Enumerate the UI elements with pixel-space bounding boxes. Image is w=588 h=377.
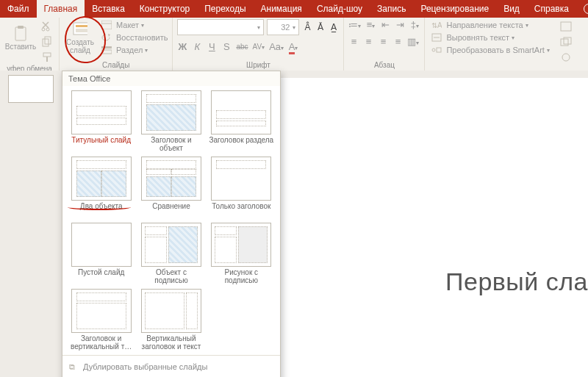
svg-rect-9 — [76, 29, 87, 32]
svg-point-22 — [562, 54, 570, 61]
group-clipboard: Вставить уфер обмена — [0, 18, 60, 71]
clear-format-icon[interactable]: A̲ — [329, 22, 339, 32]
group-paragraph: ≔▾ ≡▾ ⇤ ⇥ ‡▾ ≡ ≡ ≡ ≡ ▥▾ Абзац — [344, 18, 425, 71]
svg-rect-21 — [564, 37, 571, 44]
justify-button[interactable]: ≡ — [392, 36, 403, 47]
layout-comparison[interactable]: Сравнение — [137, 155, 205, 220]
underline-button[interactable]: Ч — [207, 41, 217, 52]
convert-smartart-button[interactable]: Преобразовать в SmartArt▾ — [429, 44, 549, 56]
strike-button[interactable]: abc — [236, 43, 248, 51]
svg-rect-6 — [43, 53, 51, 57]
group-slides-title: Слайды — [64, 61, 168, 71]
columns-button[interactable]: ▥▾ — [407, 36, 419, 47]
layout-picture-caption[interactable]: Рисунок с подписью — [207, 221, 276, 286]
tab-review[interactable]: Рецензирование — [413, 0, 496, 18]
arrange-icon[interactable] — [559, 35, 573, 49]
duplicate-slides-item[interactable]: ⧉ Дублировать выбранные слайды — [62, 359, 280, 375]
slide-thumbnail-pane[interactable] — [0, 71, 62, 377]
layout-title-only[interactable]: Только заголовок — [207, 155, 276, 220]
shadow-button[interactable]: S — [221, 41, 232, 52]
align-center-button[interactable]: ≡ — [363, 36, 373, 47]
tab-animation[interactable]: Анимация — [254, 0, 309, 18]
cut-icon[interactable] — [40, 19, 54, 34]
layout-two-content[interactable]: Два объекта — [67, 155, 135, 220]
svg-point-3 — [46, 28, 49, 31]
layout-blank[interactable]: Пустой слайд — [67, 221, 135, 286]
paste-button[interactable]: Вставить — [4, 19, 37, 57]
duplicate-icon: ⧉ — [67, 362, 77, 372]
paste-label: Вставить — [5, 43, 36, 51]
layout-button[interactable]: Макет▾ — [99, 19, 168, 31]
ribbon: Вставить уфер обмена Соз — [0, 18, 588, 71]
group-paragraph-title: Абзац — [348, 61, 420, 71]
svg-rect-19 — [561, 22, 571, 31]
tab-help[interactable]: Справка — [527, 0, 576, 18]
svg-point-17 — [432, 49, 435, 51]
slide-title-text[interactable]: Первый сла — [445, 268, 588, 296]
layout-vertical-title-text[interactable]: Вертикальный заголовок и текст — [137, 287, 205, 352]
layout-title-content[interactable]: Заголовок и объект — [137, 89, 205, 154]
align-left-button[interactable]: ≡ — [348, 36, 359, 47]
ribbon-tabbar: Файл Главная Вставка Конструктор Переход… — [0, 0, 588, 18]
svg-rect-5 — [45, 37, 51, 44]
layout-section-header[interactable]: Заголовок раздела — [207, 89, 276, 154]
tell-me[interactable]: Что вы хотите сдела — [576, 0, 588, 18]
lightbulb-icon — [584, 4, 588, 14]
numbering-button[interactable]: ≡▾ — [365, 19, 376, 30]
shape-fill-icon[interactable] — [559, 19, 573, 34]
svg-rect-4 — [43, 39, 49, 46]
svg-point-2 — [42, 28, 45, 31]
tab-insert[interactable]: Вставка — [85, 0, 132, 18]
tab-home[interactable]: Главная — [37, 0, 85, 18]
svg-rect-18 — [437, 48, 441, 52]
group-slides: Создать слайд Макет▾ Восстановить Раздел… — [60, 18, 173, 71]
quick-styles-icon[interactable] — [559, 50, 573, 65]
svg-rect-12 — [101, 46, 112, 49]
svg-rect-8 — [76, 25, 87, 27]
tab-view[interactable]: Вид — [496, 0, 527, 18]
italic-button[interactable]: К — [192, 41, 202, 52]
line-spacing-button[interactable]: ‡▾ — [409, 19, 420, 30]
group-paragraph-extra: ⇅A Направление текста▾ Выровнять текст▾ … — [425, 18, 553, 71]
layout-content-caption[interactable]: Объект с подписью — [137, 221, 205, 286]
align-text-button[interactable]: Выровнять текст▾ — [429, 32, 549, 43]
svg-text:⇅A: ⇅A — [431, 21, 442, 29]
section-icon — [99, 43, 114, 57]
slide-thumbnail-1[interactable] — [8, 75, 54, 103]
char-spacing-button[interactable]: AV▾ — [253, 43, 265, 51]
new-slide-gallery: Тема Office Титульный слайд Заголовок и … — [62, 71, 281, 377]
new-slide-button[interactable]: Создать слайд — [64, 19, 96, 57]
tab-design[interactable]: Конструктор — [132, 0, 197, 18]
decrease-font-icon[interactable]: Ǎ — [315, 22, 326, 32]
tab-transitions[interactable]: Переходы — [197, 0, 253, 18]
svg-rect-10 — [101, 21, 112, 29]
format-painter-icon[interactable] — [40, 50, 54, 65]
align-right-button[interactable]: ≡ — [378, 36, 388, 47]
font-family-combo[interactable]: ▾ — [177, 19, 264, 35]
clipboard-icon — [13, 26, 28, 41]
svg-rect-0 — [15, 27, 26, 40]
font-color-button[interactable]: А▾ — [288, 41, 298, 52]
bullets-button[interactable]: ≔▾ — [348, 19, 361, 30]
svg-rect-1 — [18, 26, 24, 29]
indent-button[interactable]: ⇥ — [395, 19, 405, 30]
layout-title-slide[interactable]: Титульный слайд — [67, 89, 135, 154]
copy-icon[interactable] — [40, 35, 54, 49]
new-slide-icon — [73, 22, 87, 37]
bold-button[interactable]: Ж — [177, 41, 187, 52]
tab-file[interactable]: Файл — [0, 0, 37, 18]
svg-rect-20 — [561, 39, 568, 46]
dedent-button[interactable]: ⇤ — [380, 19, 390, 30]
smartart-icon — [429, 43, 444, 57]
reset-button[interactable]: Восстановить — [99, 32, 168, 43]
section-button[interactable]: Раздел▾ — [99, 44, 168, 56]
gallery-header: Тема Office — [62, 71, 280, 86]
layout-title-vertical-text[interactable]: Заголовок и вертикальный т… — [67, 287, 135, 352]
change-case-button[interactable]: Aa▾ — [269, 41, 284, 52]
tab-record[interactable]: Запись — [370, 0, 413, 18]
text-direction-button[interactable]: ⇅A Направление текста▾ — [429, 19, 549, 31]
clipboard-small — [40, 19, 54, 65]
tab-slideshow[interactable]: Слайд-шоу — [309, 0, 370, 18]
increase-font-icon[interactable]: Â — [302, 22, 312, 32]
font-size-combo[interactable]: 32▾ — [267, 19, 299, 35]
